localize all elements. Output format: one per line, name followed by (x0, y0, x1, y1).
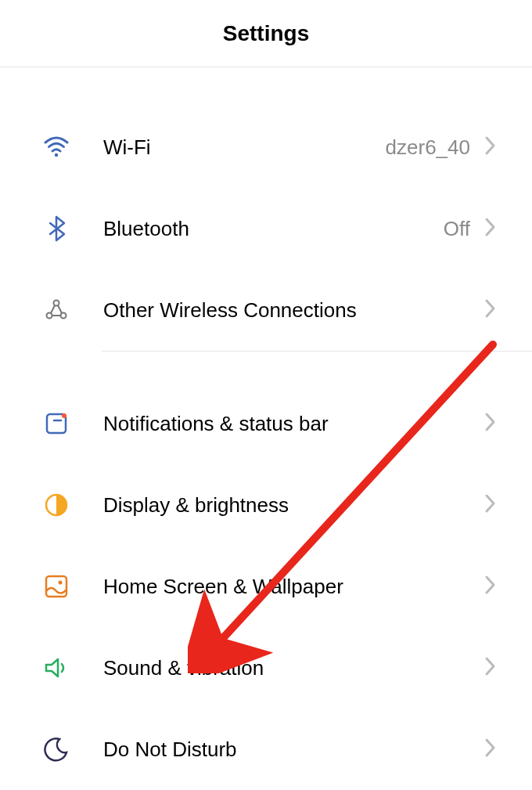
sound-vibration-icon (39, 651, 74, 685)
svg-point-6 (62, 413, 66, 418)
svg-point-9 (59, 581, 63, 585)
other-wireless-icon (39, 293, 74, 327)
settings-item-label: Wi-Fi (103, 135, 386, 160)
moon-icon (39, 732, 74, 767)
settings-item-value: Off (444, 217, 470, 241)
settings-item-display[interactable]: Display & brightness (0, 464, 532, 546)
settings-item-bluetooth[interactable]: Bluetooth Off (0, 188, 532, 269)
page-title: Settings (223, 21, 309, 46)
chevron-right-icon (484, 575, 497, 598)
bluetooth-icon (39, 211, 74, 246)
settings-item-label: Home Screen & Wallpaper (103, 575, 484, 599)
svg-point-0 (55, 153, 58, 157)
settings-item-other-wireless[interactable]: Other Wireless Connections (0, 269, 532, 351)
chevron-right-icon (484, 412, 497, 435)
settings-item-wifi[interactable]: Wi-Fi dzer6_40 (0, 106, 532, 188)
settings-header: Settings (0, 0, 532, 67)
chevron-right-icon (484, 135, 497, 159)
wifi-icon (39, 130, 74, 164)
svg-point-1 (54, 301, 59, 306)
settings-item-notifications[interactable]: Notifications & status bar (0, 383, 532, 464)
chevron-right-icon (484, 493, 497, 517)
section-gap (0, 67, 532, 106)
settings-item-label: Notifications & status bar (103, 412, 484, 436)
settings-item-label: Sound & vibration (103, 656, 484, 680)
display-brightness-icon (39, 488, 74, 522)
settings-item-sound[interactable]: Sound & vibration (0, 627, 532, 709)
settings-item-home-screen[interactable]: Home Screen & Wallpaper (0, 546, 532, 627)
svg-point-3 (61, 313, 66, 319)
chevron-right-icon (484, 656, 497, 680)
home-wallpaper-icon (39, 569, 74, 604)
chevron-right-icon (484, 738, 497, 761)
settings-item-label: Display & brightness (103, 493, 484, 518)
svg-point-2 (47, 313, 52, 319)
settings-item-value: dzer6_40 (386, 135, 470, 160)
settings-item-label: Other Wireless Connections (103, 298, 484, 323)
chevron-right-icon (484, 298, 497, 322)
svg-rect-8 (46, 576, 66, 597)
settings-item-label: Do Not Disturb (103, 738, 484, 762)
settings-item-dnd[interactable]: Do Not Disturb (0, 709, 532, 790)
settings-item-label: Bluetooth (103, 217, 444, 241)
chevron-right-icon (484, 217, 497, 240)
notifications-icon (39, 406, 74, 441)
